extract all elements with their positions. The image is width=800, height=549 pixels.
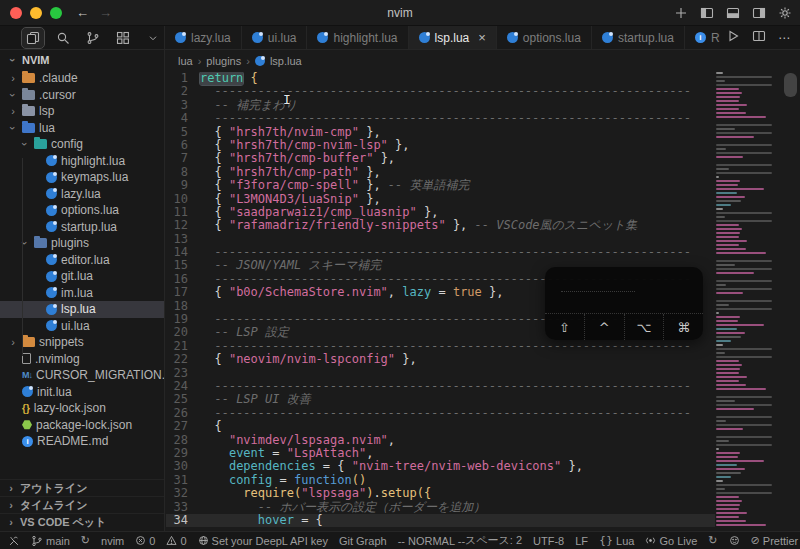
close-icon[interactable]: × [478,30,486,45]
scrollbar-thumb[interactable] [784,73,797,97]
status-item[interactable]: ↻ [81,534,90,547]
code-line-27[interactable]: 27 { [166,420,715,433]
tree-item-lsp[interactable]: ›lsp [0,103,164,120]
status-item-lf[interactable]: LF [575,535,588,547]
breadcrumb-item[interactable]: plugins [206,55,241,67]
tree-item-options-lua[interactable]: options.lua [0,202,164,219]
close-window-button[interactable] [10,7,22,19]
chevron-down-button[interactable] [142,28,164,48]
status-item[interactable] [729,535,740,546]
tree-item-readme-md[interactable]: iREADME.md [0,433,164,450]
tree-item-lazy-lock-json[interactable]: {}lazy-lock.json [0,400,164,417]
code-line-12[interactable]: 12 { "rafamadriz/friendly-snippets" }, -… [166,219,715,232]
more-actions-button[interactable]: ⋯ [778,31,790,45]
code-line-23[interactable]: 23 [166,367,715,380]
breadcrumb[interactable]: lua›plugins›lsp.lua [166,50,800,71]
toggle-secondary-sidebar-button[interactable] [752,6,766,20]
search-button[interactable] [52,28,74,48]
toggle-panel-button[interactable] [726,6,740,20]
code-line-10[interactable]: 10 { "L3MON4D3/LuaSnip" }, [166,193,715,206]
tab-lazy-lua[interactable]: lazy.lua [165,26,242,49]
tree-item-ui-lua[interactable]: ui.lua [0,318,164,335]
section-アウトライン[interactable]: ›アウトライン [0,479,164,496]
code-line-2[interactable]: 2 --------------------------------------… [166,85,715,98]
section-vs-code-ペット[interactable]: ›VS CODE ペット [0,513,164,530]
code-line-28[interactable]: 28 "nvimdev/lspsaga.nvim", [166,434,715,447]
code-line-9[interactable]: 9 { "f3fora/cmp-spell" }, -- 英単語補完 [166,179,715,192]
status-item--2[interactable]: スペース: 2 [465,533,522,548]
code-line-21[interactable]: 21 -------------------------------------… [166,340,715,353]
status-item-prettier[interactable]: ⊘ Prettier [751,534,799,547]
code-line-14[interactable]: 14 -------------------------------------… [166,246,715,259]
status-item-git-graph[interactable]: Git Graph [339,535,387,547]
status-item-nvim[interactable]: nvim [101,535,124,547]
tree-item-lazy-lua[interactable]: lazy.lua [0,186,164,203]
source-control-button[interactable] [82,28,104,48]
code-line-3[interactable]: 3 -- 補完まわり [166,99,715,112]
status-item[interactable] [8,535,20,547]
extensions-button[interactable] [112,28,134,48]
run-button[interactable] [726,29,740,46]
tree-item-plugins[interactable]: ›plugins [0,235,164,252]
section-タイムライン[interactable]: ›タイムライン [0,496,164,513]
code-line-8[interactable]: 8 { "hrsh7th/cmp-path" }, [166,166,715,179]
tree-item-cursor_migration-md[interactable]: M↓CURSOR_MIGRATION.md [0,367,164,384]
status-item[interactable]: ↻ [708,534,717,547]
code-line-7[interactable]: 7 { "hrsh7th/cmp-buffer" }, [166,152,715,165]
tree-item-lua[interactable]: ›lua [0,120,164,137]
code-line-1[interactable]: 1return { [166,72,715,85]
code-line-33[interactable]: 33 -- ホバー表示の設定（ボーダーを追加） [166,501,715,514]
status-item-0[interactable]: 0 [166,535,186,547]
tree-item-snippets[interactable]: ›snippets [0,334,164,351]
code-line-34[interactable]: 34 hover = { [166,514,715,527]
tree-item-highlight-lua[interactable]: highlight.lua [0,153,164,170]
code-line-24[interactable]: 24 -------------------------------------… [166,380,715,393]
settings-gear-button[interactable] [778,6,792,20]
code-line-29[interactable]: 29 event = "LspAttach", [166,447,715,460]
code-line-5[interactable]: 5 { "hrsh7th/nvim-cmp" }, [166,126,715,139]
code-line-4[interactable]: 4 --------------------------------------… [166,112,715,125]
status-item-utf-8[interactable]: UTF-8 [533,535,564,547]
code-line-22[interactable]: 22 { "neovim/nvim-lspconfig" }, [166,353,715,366]
tree-item-editor-lua[interactable]: editor.lua [0,252,164,269]
code-line-31[interactable]: 31 config = function() [166,474,715,487]
tree-item-im-lua[interactable]: im.lua [0,285,164,302]
code-line-11[interactable]: 11 { "saadparwaiz1/cmp_luasnip" }, [166,206,715,219]
tab-lsp-lua[interactable]: lsp.lua × [409,26,497,49]
forward-icon[interactable]: → [99,5,112,20]
minimap[interactable] [716,72,778,531]
tab-options-lua[interactable]: options.lua [497,26,592,49]
status-item-main[interactable]: main [31,535,70,547]
tree-item-config[interactable]: ›config [0,136,164,153]
status-item-lua[interactable]: {} Lua [599,534,634,547]
tree-item-init-lua[interactable]: init.lua [0,384,164,401]
minimize-window-button[interactable] [30,7,42,19]
breadcrumb-item[interactable]: lsp.lua [270,55,302,67]
status-item-0[interactable]: 0 [135,535,155,547]
status-item--normal-[interactable]: -- NORMAL -- [398,535,465,547]
status-item-go-live[interactable]: Go Live [645,535,697,547]
code-line-30[interactable]: 30 dependencies = { "nvim-tree/nvim-web-… [166,460,715,473]
tree-item-package-lock-json[interactable]: package-lock.json [0,417,164,434]
tree-item--nvimlog[interactable]: .nvimlog [0,351,164,368]
explorer-header[interactable]: › NVIM [0,50,164,70]
status-item-set-your-deepl-api-key[interactable]: Set your DeepL API key [198,535,328,547]
toggle-sidebar-button[interactable] [700,6,714,20]
code-line-26[interactable]: 26 -------------------------------------… [166,407,715,420]
tree-item-keymaps-lua[interactable]: keymaps.lua [0,169,164,186]
tree-item-git-lua[interactable]: git.lua [0,268,164,285]
add-button[interactable] [674,6,688,20]
tab-highlight-lua[interactable]: highlight.lua [307,26,408,49]
split-editor-button[interactable] [752,29,766,46]
code-line-32[interactable]: 32 require("lspsaga").setup({ [166,487,715,500]
tree-item--claude[interactable]: ›.claude [0,70,164,87]
tree-item-lsp-lua[interactable]: lsp.lua [0,301,164,318]
tree-item-startup-lua[interactable]: startup.lua [0,219,164,236]
explorer-button[interactable] [22,28,44,48]
code-line-25[interactable]: 25 -- LSP UI 改善 [166,393,715,406]
back-icon[interactable]: ← [76,5,89,20]
breadcrumb-item[interactable]: lua [178,55,193,67]
tab-startup-lua[interactable]: startup.lua [592,26,685,49]
tree-item--cursor[interactable]: ›.cursor [0,87,164,104]
tab-re[interactable]: iRE [685,26,720,49]
